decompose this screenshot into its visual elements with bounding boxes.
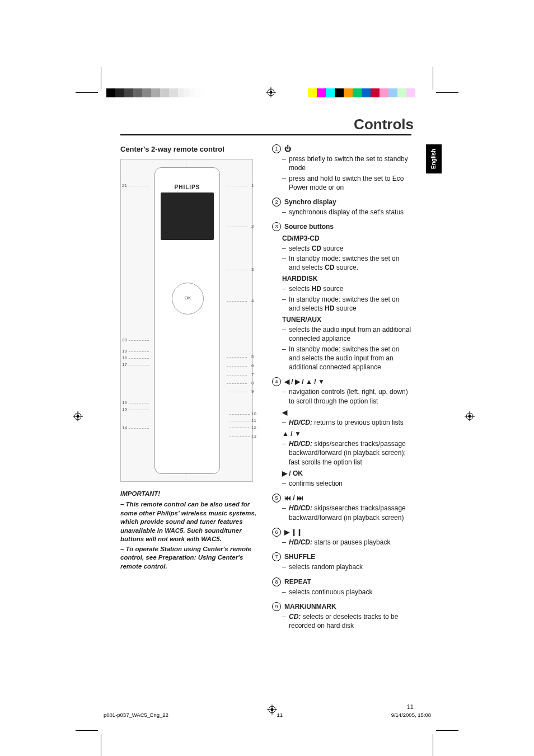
item-label-glyph: ⏻ [284, 144, 291, 153]
control-item: 7SHUFFLEselects random playback [272, 552, 411, 571]
callout: 8 [251, 381, 254, 387]
item-label-glyph: ▶ ❙❙ [284, 528, 302, 537]
crop-mark [76, 722, 109, 756]
right-column: 1⏻press briefly to switch the set to sta… [272, 144, 411, 636]
sub-section: ▶ / OKconfirms selection [282, 469, 411, 488]
item-number-circle: 5 [272, 494, 281, 503]
bullet: CD: selects or deselects tracks to be re… [282, 612, 411, 630]
bullet-list: navigation controls (left, right, up, do… [282, 387, 411, 405]
item-label-glyph: ⏮ / ⏭ [284, 494, 303, 503]
footer-file: p001-p037_WAC5_Eng_22 [104, 712, 168, 719]
control-item: 8REPEATselects continuous playback [272, 577, 411, 597]
language-tab: English [426, 144, 442, 173]
bullet-list: HD/CD: returns to previous option lists [282, 418, 411, 427]
ok-ring: OK [172, 283, 204, 314]
callout: 2 [251, 224, 254, 230]
control-item: 2Synchro displaysynchronous display of t… [272, 198, 411, 217]
control-item: 5⏮ / ⏭HD/CD: skips/searches tracks/passa… [272, 494, 411, 522]
sub-section: ▲ / ▼HD/CD: skips/searches tracks/passag… [282, 429, 411, 467]
item-head: 6▶ ❙❙ [272, 528, 411, 537]
crop-mark [425, 722, 458, 756]
bullet: HD/CD: returns to previous option lists [282, 418, 411, 427]
item-number-circle: 8 [272, 577, 281, 586]
important-paragraph: – To operate Station using Center's remo… [120, 545, 257, 571]
page: Controls English Center's 2-way remote c… [0, 0, 534, 756]
control-item: 1⏻press briefly to switch the set to sta… [272, 144, 411, 192]
callout: 17 [122, 362, 127, 368]
left-column: Center's 2-way remote control PHILIPS OK… [120, 144, 257, 636]
content: Center's 2-way remote control PHILIPS OK… [120, 144, 411, 636]
sub-section: CD/MP3-CDselects CD sourceIn standby mod… [282, 234, 411, 273]
sub-title: CD/MP3-CD [282, 234, 411, 243]
callout: 21 [122, 183, 127, 189]
callout: 9 [251, 389, 254, 395]
registration-mark-icon [465, 411, 475, 421]
remote-illustration: PHILIPS OK 1 2 3 4 5 6 7 8 9 10 11 12 [120, 159, 253, 482]
bullet: HD/CD: skips/searches tracks/passage bac… [282, 504, 411, 522]
sub-title: TUNER/AUX [282, 315, 411, 324]
svg-point-15 [271, 708, 274, 711]
bullet: synchronous display of the set's status [282, 208, 411, 217]
item-label: MARK/UNMARK [284, 602, 336, 611]
bullet-list: confirms selection [282, 479, 411, 488]
bullet: In standby mode: switches the set on and… [282, 345, 411, 372]
bullet: HD/CD: skips/searches tracks/passage bac… [282, 439, 411, 467]
grayscale-bar [106, 88, 206, 97]
bullet-list: press briefly to switch the set to stand… [282, 154, 411, 192]
item-label: Synchro display [284, 198, 336, 206]
bullet: selects continuous playback [282, 588, 411, 597]
callout: 6 [251, 363, 254, 369]
page-number: 11 [407, 703, 414, 711]
bullet-list: selects random playback [282, 562, 411, 571]
footer-page: 11 [277, 712, 283, 719]
callout: 1 [251, 183, 254, 189]
callout: 14 [122, 425, 127, 431]
callout: 16 [122, 400, 127, 406]
important-title: IMPORTANT! [120, 490, 257, 499]
item-head: 8REPEAT [272, 577, 411, 586]
callout: 13 [251, 434, 256, 440]
bullet: In standby mode: switches the set on and… [282, 295, 411, 313]
page-title: Controls [354, 115, 414, 134]
bullet: press briefly to switch the set to stand… [282, 154, 411, 172]
bullet: navigation controls (left, right, up, do… [282, 387, 411, 405]
callout: 10 [251, 411, 256, 417]
remote-subheading: Center's 2-way remote control [120, 144, 257, 154]
control-item: 3Source buttonsCD/MP3-CDselects CD sourc… [272, 222, 411, 372]
item-label: REPEAT [284, 577, 311, 586]
bullet-list: selects continuous playback [282, 588, 411, 597]
sub-section: TUNER/AUXselects the audio input from an… [282, 315, 411, 372]
bullet-list: HD/CD: skips/searches tracks/passage bac… [282, 504, 411, 522]
item-label-glyph: ◀ / ▶ / ▲ / ▼ [284, 377, 325, 386]
item-number-circle: 7 [272, 552, 281, 561]
callout: 11 [251, 418, 256, 424]
registration-mark-icon [73, 411, 83, 421]
bullet-list: selects HD sourceIn standby mode: switch… [282, 284, 411, 313]
callout: 3 [251, 267, 254, 273]
sub-title: ▶ / OK [282, 469, 411, 478]
sub-section: ◀HD/CD: returns to previous option lists [282, 408, 411, 427]
callout: 7 [251, 372, 254, 378]
bullet-list: synchronous display of the set's status [282, 208, 411, 217]
bullet: selects the audio input from an addition… [282, 325, 411, 343]
bullet-list: HD/CD: starts or pauses playback [282, 538, 411, 547]
item-label: Source buttons [284, 222, 334, 231]
bullet-list: CD: selects or deselects tracks to be re… [282, 612, 411, 630]
bullet-list: HD/CD: skips/searches tracks/passage bac… [282, 439, 411, 467]
item-number-circle: 2 [272, 198, 281, 206]
bullet: press and hold to switch the set to Eco … [282, 174, 411, 192]
crop-mark [425, 67, 458, 101]
item-head: 2Synchro display [272, 198, 411, 206]
sub-section: HARDDISKselects HD sourceIn standby mode… [282, 274, 411, 313]
item-head: 3Source buttons [272, 222, 411, 231]
item-head: 7SHUFFLE [272, 552, 411, 561]
brand-label: PHILIPS [155, 184, 219, 191]
important-paragraph: – This remote control can be also used f… [120, 500, 257, 544]
sub-title: ▲ / ▼ [282, 429, 411, 438]
callout: 18 [122, 355, 127, 361]
item-head: 5⏮ / ⏭ [272, 494, 411, 503]
control-item: 9MARK/UNMARKCD: selects or deselects tra… [272, 602, 411, 631]
item-head: 9MARK/UNMARK [272, 602, 411, 611]
item-head: 4◀ / ▶ / ▲ / ▼ [272, 377, 411, 386]
remote-screen [161, 192, 214, 240]
